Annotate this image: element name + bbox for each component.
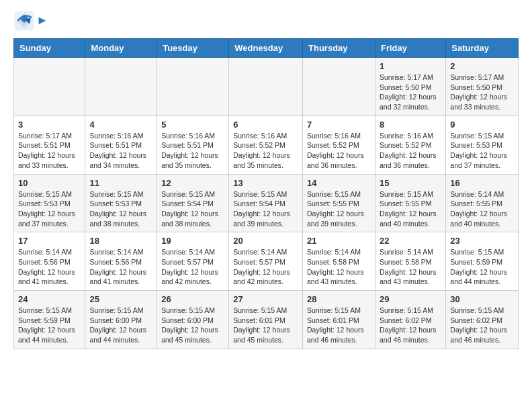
day-info: Sunrise: 5:15 AM Sunset: 6:00 PM Dayligh… bbox=[161, 306, 224, 345]
calendar-cell: 12Sunrise: 5:15 AM Sunset: 5:54 PM Dayli… bbox=[157, 174, 229, 232]
day-number: 15 bbox=[380, 178, 441, 188]
day-info: Sunrise: 5:15 AM Sunset: 6:01 PM Dayligh… bbox=[233, 306, 298, 345]
day-info: Sunrise: 5:15 AM Sunset: 5:53 PM Dayligh… bbox=[450, 131, 514, 171]
day-number: 13 bbox=[233, 178, 298, 188]
calendar-cell: 22Sunrise: 5:14 AM Sunset: 5:58 PM Dayli… bbox=[375, 232, 445, 291]
day-info: Sunrise: 5:15 AM Sunset: 5:55 PM Dayligh… bbox=[307, 189, 371, 229]
day-info: Sunrise: 5:15 AM Sunset: 5:54 PM Dayligh… bbox=[161, 189, 224, 229]
calendar-cell: 8Sunrise: 5:16 AM Sunset: 5:52 PM Daylig… bbox=[375, 116, 445, 174]
col-header-friday: Friday bbox=[375, 39, 445, 58]
day-info: Sunrise: 5:16 AM Sunset: 5:51 PM Dayligh… bbox=[89, 131, 152, 171]
col-header-sunday: Sunday bbox=[14, 39, 85, 58]
calendar-cell: 5Sunrise: 5:16 AM Sunset: 5:51 PM Daylig… bbox=[157, 116, 229, 174]
calendar-cell: 20Sunrise: 5:14 AM Sunset: 5:57 PM Dayli… bbox=[229, 232, 303, 291]
calendar-cell: 23Sunrise: 5:15 AM Sunset: 5:59 PM Dayli… bbox=[446, 232, 519, 291]
day-number: 5 bbox=[161, 120, 224, 130]
day-info: Sunrise: 5:14 AM Sunset: 5:56 PM Dayligh… bbox=[18, 247, 81, 287]
calendar-cell bbox=[85, 58, 157, 116]
logo-icon bbox=[13, 10, 35, 32]
calendar-header-row: SundayMondayTuesdayWednesdayThursdayFrid… bbox=[14, 39, 519, 58]
day-info: Sunrise: 5:15 AM Sunset: 5:53 PM Dayligh… bbox=[18, 189, 81, 229]
calendar-cell: 30Sunrise: 5:15 AM Sunset: 6:02 PM Dayli… bbox=[446, 291, 519, 349]
col-header-monday: Monday bbox=[85, 39, 157, 58]
calendar-cell: 21Sunrise: 5:14 AM Sunset: 5:58 PM Dayli… bbox=[303, 232, 375, 291]
header: ► bbox=[13, 10, 519, 32]
day-info: Sunrise: 5:17 AM Sunset: 5:50 PM Dayligh… bbox=[380, 73, 441, 112]
day-number: 24 bbox=[18, 294, 81, 304]
day-info: Sunrise: 5:16 AM Sunset: 5:52 PM Dayligh… bbox=[380, 131, 441, 171]
calendar-week-row: 24Sunrise: 5:15 AM Sunset: 5:59 PM Dayli… bbox=[14, 291, 519, 349]
day-number: 9 bbox=[450, 120, 514, 130]
day-number: 25 bbox=[89, 294, 152, 304]
day-number: 30 bbox=[450, 294, 514, 304]
day-number: 27 bbox=[233, 294, 298, 304]
calendar-cell: 13Sunrise: 5:15 AM Sunset: 5:54 PM Dayli… bbox=[229, 174, 303, 232]
day-info: Sunrise: 5:17 AM Sunset: 5:50 PM Dayligh… bbox=[450, 73, 514, 112]
calendar-week-row: 3Sunrise: 5:17 AM Sunset: 5:51 PM Daylig… bbox=[14, 116, 519, 174]
day-number: 17 bbox=[18, 236, 81, 246]
calendar-cell: 17Sunrise: 5:14 AM Sunset: 5:56 PM Dayli… bbox=[14, 232, 85, 291]
day-info: Sunrise: 5:15 AM Sunset: 5:53 PM Dayligh… bbox=[89, 189, 152, 229]
day-info: Sunrise: 5:15 AM Sunset: 6:02 PM Dayligh… bbox=[380, 306, 441, 345]
col-header-thursday: Thursday bbox=[303, 39, 375, 58]
day-number: 10 bbox=[18, 178, 81, 188]
day-info: Sunrise: 5:14 AM Sunset: 5:57 PM Dayligh… bbox=[233, 247, 298, 287]
calendar-cell: 3Sunrise: 5:17 AM Sunset: 5:51 PM Daylig… bbox=[14, 116, 85, 174]
calendar-cell bbox=[229, 58, 303, 116]
calendar-cell: 29Sunrise: 5:15 AM Sunset: 6:02 PM Dayli… bbox=[375, 291, 445, 349]
day-number: 20 bbox=[233, 236, 298, 246]
calendar-cell bbox=[303, 58, 375, 116]
calendar-cell: 15Sunrise: 5:15 AM Sunset: 5:55 PM Dayli… bbox=[375, 174, 445, 232]
day-info: Sunrise: 5:15 AM Sunset: 6:00 PM Dayligh… bbox=[89, 306, 152, 345]
col-header-tuesday: Tuesday bbox=[157, 39, 229, 58]
day-number: 21 bbox=[307, 236, 371, 246]
day-number: 14 bbox=[307, 178, 371, 188]
calendar-cell: 1Sunrise: 5:17 AM Sunset: 5:50 PM Daylig… bbox=[375, 58, 445, 116]
day-number: 11 bbox=[89, 178, 152, 188]
page: ► SundayMondayTuesdayWednesdayThursdayFr… bbox=[0, 0, 532, 363]
calendar-cell: 26Sunrise: 5:15 AM Sunset: 6:00 PM Dayli… bbox=[157, 291, 229, 349]
day-number: 29 bbox=[380, 294, 441, 304]
day-info: Sunrise: 5:15 AM Sunset: 5:55 PM Dayligh… bbox=[380, 189, 441, 229]
day-info: Sunrise: 5:15 AM Sunset: 5:59 PM Dayligh… bbox=[450, 247, 514, 287]
calendar-cell: 24Sunrise: 5:15 AM Sunset: 5:59 PM Dayli… bbox=[14, 291, 85, 349]
day-number: 1 bbox=[380, 61, 441, 71]
calendar-cell: 25Sunrise: 5:15 AM Sunset: 6:00 PM Dayli… bbox=[85, 291, 157, 349]
day-number: 22 bbox=[380, 236, 441, 246]
col-header-wednesday: Wednesday bbox=[229, 39, 303, 58]
day-info: Sunrise: 5:14 AM Sunset: 5:58 PM Dayligh… bbox=[380, 247, 441, 287]
calendar-cell: 6Sunrise: 5:16 AM Sunset: 5:52 PM Daylig… bbox=[229, 116, 303, 174]
day-info: Sunrise: 5:14 AM Sunset: 5:57 PM Dayligh… bbox=[161, 247, 224, 287]
calendar-cell: 11Sunrise: 5:15 AM Sunset: 5:53 PM Dayli… bbox=[85, 174, 157, 232]
day-number: 4 bbox=[89, 120, 152, 130]
logo: ► bbox=[13, 10, 48, 32]
calendar-cell bbox=[14, 58, 85, 116]
calendar-cell: 2Sunrise: 5:17 AM Sunset: 5:50 PM Daylig… bbox=[446, 58, 519, 116]
day-number: 18 bbox=[89, 236, 152, 246]
calendar-cell: 4Sunrise: 5:16 AM Sunset: 5:51 PM Daylig… bbox=[85, 116, 157, 174]
day-number: 7 bbox=[307, 120, 371, 130]
day-number: 19 bbox=[161, 236, 224, 246]
day-number: 6 bbox=[233, 120, 298, 130]
day-number: 26 bbox=[161, 294, 224, 304]
day-info: Sunrise: 5:16 AM Sunset: 5:52 PM Dayligh… bbox=[307, 131, 371, 171]
calendar-cell: 28Sunrise: 5:15 AM Sunset: 6:01 PM Dayli… bbox=[303, 291, 375, 349]
day-info: Sunrise: 5:15 AM Sunset: 6:01 PM Dayligh… bbox=[307, 306, 371, 345]
day-info: Sunrise: 5:14 AM Sunset: 5:58 PM Dayligh… bbox=[307, 247, 371, 287]
day-number: 12 bbox=[161, 178, 224, 188]
calendar-cell: 27Sunrise: 5:15 AM Sunset: 6:01 PM Dayli… bbox=[229, 291, 303, 349]
logo-text: ► bbox=[36, 13, 48, 28]
calendar-cell: 14Sunrise: 5:15 AM Sunset: 5:55 PM Dayli… bbox=[303, 174, 375, 232]
day-number: 23 bbox=[450, 236, 514, 246]
day-number: 2 bbox=[450, 61, 514, 71]
day-number: 8 bbox=[380, 120, 441, 130]
day-info: Sunrise: 5:14 AM Sunset: 5:55 PM Dayligh… bbox=[450, 189, 514, 229]
day-info: Sunrise: 5:16 AM Sunset: 5:51 PM Dayligh… bbox=[161, 131, 224, 171]
calendar-table: SundayMondayTuesdayWednesdayThursdayFrid… bbox=[13, 38, 519, 349]
calendar-cell: 10Sunrise: 5:15 AM Sunset: 5:53 PM Dayli… bbox=[14, 174, 85, 232]
day-number: 3 bbox=[18, 120, 81, 130]
calendar-cell: 7Sunrise: 5:16 AM Sunset: 5:52 PM Daylig… bbox=[303, 116, 375, 174]
day-info: Sunrise: 5:17 AM Sunset: 5:51 PM Dayligh… bbox=[18, 131, 81, 171]
day-info: Sunrise: 5:16 AM Sunset: 5:52 PM Dayligh… bbox=[233, 131, 298, 171]
calendar-cell bbox=[157, 58, 229, 116]
